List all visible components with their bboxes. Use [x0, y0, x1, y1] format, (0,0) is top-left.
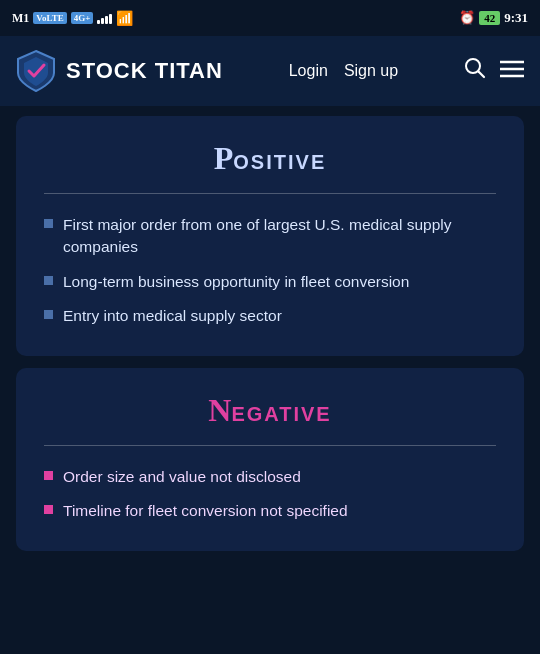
network-badge: 4G+: [71, 12, 94, 24]
neg-bullet-icon-1: [44, 471, 53, 480]
volte-badge: VoLTE: [33, 12, 66, 24]
nav-links: Login Sign up: [289, 62, 398, 80]
status-left: M1 VoLTE 4G+ 📶: [12, 10, 133, 27]
negative-item-2: Timeline for fleet conversion not specif…: [44, 500, 496, 522]
status-right: ⏰ 42 9:31: [459, 10, 528, 26]
positive-item-1-text: First major order from one of largest U.…: [63, 214, 496, 259]
logo-area: STOCK TITAN: [16, 49, 223, 93]
login-link[interactable]: Login: [289, 62, 328, 80]
bullet-icon-1: [44, 219, 53, 228]
positive-card: POSITIVE First major order from one of l…: [16, 116, 524, 356]
positive-item-2-text: Long-term business opportunity in fleet …: [63, 271, 409, 293]
signal-icon: [97, 12, 112, 24]
signup-link[interactable]: Sign up: [344, 62, 398, 80]
negative-item-2-text: Timeline for fleet conversion not specif…: [63, 500, 348, 522]
nav-icons: [464, 57, 524, 85]
search-icon[interactable]: [464, 57, 486, 85]
battery-level: 42: [479, 11, 500, 25]
positive-item-3-text: Entry into medical supply sector: [63, 305, 282, 327]
navbar: STOCK TITAN Login Sign up: [0, 36, 540, 106]
negative-card: NEGATIVE Order size and value not disclo…: [16, 368, 524, 551]
neg-bullet-icon-2: [44, 505, 53, 514]
main-content: POSITIVE First major order from one of l…: [0, 106, 540, 571]
logo-text: STOCK TITAN: [66, 58, 223, 84]
negative-title: NEGATIVE: [44, 392, 496, 429]
negative-bullet-list: Order size and value not disclosed Timel…: [44, 466, 496, 523]
positive-bullet-list: First major order from one of largest U.…: [44, 214, 496, 328]
bullet-icon-3: [44, 310, 53, 319]
alarm-icon: ⏰: [459, 10, 475, 26]
negative-divider: [44, 445, 496, 446]
svg-line-1: [479, 72, 485, 78]
positive-title: POSITIVE: [44, 140, 496, 177]
battery-indicator: 42: [479, 11, 500, 25]
bullet-icon-2: [44, 276, 53, 285]
time-display: 9:31: [504, 10, 528, 26]
positive-item-2: Long-term business opportunity in fleet …: [44, 271, 496, 293]
negative-item-1-text: Order size and value not disclosed: [63, 466, 301, 488]
carrier-label: M1: [12, 11, 29, 26]
menu-icon[interactable]: [500, 58, 524, 84]
negative-item-1: Order size and value not disclosed: [44, 466, 496, 488]
status-bar: M1 VoLTE 4G+ 📶 ⏰ 42 9:31: [0, 0, 540, 36]
positive-item-1: First major order from one of largest U.…: [44, 214, 496, 259]
logo-shield-icon: [16, 49, 56, 93]
positive-item-3: Entry into medical supply sector: [44, 305, 496, 327]
wifi-icon: 📶: [116, 10, 133, 27]
positive-divider: [44, 193, 496, 194]
